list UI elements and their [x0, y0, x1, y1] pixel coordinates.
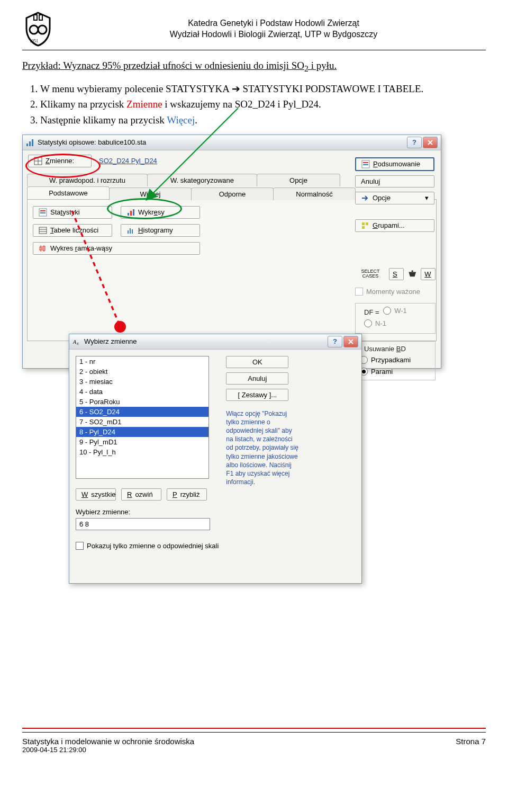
- svg-text:1951: 1951: [30, 39, 38, 43]
- groups-icon: [361, 221, 369, 230]
- svg-rect-21: [130, 228, 131, 234]
- svg-rect-17: [39, 227, 47, 234]
- header-line2: Wydział Hodowli i Biologii Zwierząt, UTP…: [61, 29, 486, 40]
- help-text: Włącz opcję "Pokazuj tylko zmienne o odp…: [226, 409, 299, 487]
- footer-red-rule: [22, 728, 486, 729]
- footer-left: Statystyka i modelowanie w ochronie środ…: [22, 737, 194, 746]
- select-cases-button[interactable]: S: [389, 268, 404, 280]
- ok-button[interactable]: OK: [226, 356, 288, 368]
- svg-text:x: x: [76, 341, 79, 346]
- summary-button[interactable]: Podsumowanie: [355, 157, 434, 171]
- svg-text:A: A: [72, 339, 77, 345]
- help-button[interactable]: ?: [407, 137, 422, 148]
- weight-button[interactable]: W: [421, 268, 436, 280]
- table-icon: [39, 226, 47, 235]
- steps-list: W menu wybieramy polecenie STATYSTYKA ➔ …: [22, 82, 486, 127]
- list-item[interactable]: 9 - Pyl_mD1: [76, 437, 208, 447]
- spread-button[interactable]: Rozwiń: [121, 488, 161, 501]
- by-groups-button[interactable]: Grupami...: [355, 219, 434, 232]
- list-item[interactable]: 10 - Pyl_l_h: [76, 447, 208, 457]
- dialog2-title: Wybierz zmienne: [84, 337, 328, 345]
- svg-point-3: [38, 25, 47, 34]
- header-separator: [22, 50, 486, 50]
- page-header: 1951 Katedra Genetyki i Podstaw Hodowli …: [22, 11, 486, 48]
- list-item[interactable]: 5 - PoraRoku: [76, 397, 208, 407]
- options-button[interactable]: Opcje ▾: [355, 192, 434, 204]
- cancel-button[interactable]: Anuluj: [355, 175, 434, 188]
- svg-rect-1: [39, 15, 42, 20]
- step-2: Klikamy na przycisk Zmienne i wskazujemy…: [40, 97, 486, 111]
- svg-line-36: [147, 108, 238, 199]
- list-item[interactable]: 3 - miesiac: [76, 377, 208, 387]
- green-arrow-annotation: [143, 105, 249, 203]
- weight-icon: [407, 269, 418, 279]
- help2-button[interactable]: ?: [328, 336, 342, 347]
- all-button[interactable]: Wszystkie: [76, 488, 116, 501]
- histograms-button[interactable]: Histogramy: [121, 224, 200, 237]
- df-group: DF = W-1 N-1: [355, 303, 436, 334]
- select-vars-field[interactable]: 6 8: [76, 518, 210, 530]
- svg-line-37: [72, 211, 120, 325]
- svg-rect-5: [26, 144, 28, 146]
- md-deletion-group: Usuwanie BD Przypadkami Parami: [355, 341, 436, 380]
- svg-rect-13: [40, 212, 46, 213]
- svg-rect-29: [363, 164, 368, 165]
- list-item[interactable]: 8 - Pyl_D24: [76, 427, 208, 437]
- list-item[interactable]: 4 - data: [76, 387, 208, 397]
- university-logo-icon: 1951: [22, 11, 54, 48]
- svg-rect-0: [34, 15, 37, 20]
- list-item[interactable]: 2 - obiekt: [76, 367, 208, 377]
- opt-arrow-icon: [361, 194, 369, 202]
- tab-normality[interactable]: Normalność: [273, 188, 356, 200]
- dialog1-sidecol: Podsumowanie Anuluj Opcje ▾ Grupami... S…: [355, 157, 436, 380]
- vars-dialog-icon: Ax: [72, 337, 81, 346]
- weighted-moments-check[interactable]: Momenty ważone: [355, 288, 436, 296]
- select-cases-label: SELECT CASES: [355, 269, 386, 279]
- svg-rect-28: [363, 162, 368, 163]
- svg-rect-32: [362, 226, 365, 229]
- summary2-icon: [361, 160, 370, 168]
- footer-right: Strona 7: [456, 737, 486, 746]
- dialog2-titlebar: Ax Wybierz zmienne ?: [69, 334, 361, 350]
- step-3: Następnie klikamy na przycisk Więcej.: [40, 113, 486, 127]
- list-item[interactable]: 1 - nr: [76, 356, 208, 367]
- show-scale-check[interactable]: Pokazuj tylko zmienne o odpowiedniej ska…: [76, 542, 219, 550]
- svg-rect-31: [366, 222, 368, 225]
- bundles-button[interactable]: [ Zestawy ]...: [226, 389, 288, 401]
- variables-listbox[interactable]: 1 - nr 2 - obiekt 3 - miesiac 4 - data 5…: [76, 356, 209, 479]
- close2-button[interactable]: [343, 336, 358, 347]
- footer-timestamp: 2009-04-15 21:29:00: [22, 746, 486, 754]
- zoom-button[interactable]: Przybliż: [167, 488, 207, 501]
- red-dot-annotation: [114, 321, 126, 333]
- list-item[interactable]: 6 - SO2_D24: [76, 407, 208, 417]
- casewise-radio[interactable]: Przypadkami: [360, 356, 411, 364]
- boxplot-icon: [39, 244, 47, 253]
- svg-rect-6: [29, 141, 31, 146]
- example-heading: Przykład: Wyznacz 95% przedział ufności …: [22, 60, 486, 74]
- select-vars-label: Wybierz zmienne:: [76, 508, 219, 516]
- svg-point-2: [30, 25, 38, 34]
- step-1: W menu wybieramy polecenie STATYSTYKA ➔ …: [40, 82, 486, 96]
- svg-point-33: [411, 270, 413, 272]
- svg-rect-12: [40, 210, 46, 211]
- cancel2-button[interactable]: Anuluj: [226, 372, 288, 385]
- tab-options[interactable]: Opcje: [257, 174, 340, 186]
- footer-black-rule: [22, 732, 486, 733]
- list-item[interactable]: 7 - SO2_mD1: [76, 417, 208, 427]
- red-ellipse-annotation: [25, 154, 101, 178]
- header-line1: Katedra Genetyki i Podstaw Hodowli Zwier…: [61, 18, 486, 29]
- svg-rect-30: [362, 222, 365, 225]
- svg-rect-7: [32, 139, 33, 146]
- page-footer: Statystyka i modelowanie w ochronie środ…: [22, 728, 486, 754]
- svg-rect-22: [132, 229, 133, 234]
- screenshot-composite: Statystyki opisowe: babulice100.sta ? Zm…: [22, 135, 486, 643]
- close-button[interactable]: [423, 137, 438, 148]
- select-variables-dialog: Ax Wybierz zmienne ? 1 - nr 2 - obiekt 3…: [69, 334, 362, 584]
- stats-dialog-icon: [26, 138, 34, 147]
- pairwise-radio[interactable]: Parami: [360, 368, 393, 376]
- red-dashed-arrow-annotation: [65, 208, 128, 335]
- summary-icon: [39, 208, 47, 217]
- tab-basic[interactable]: Podstawowe: [27, 186, 110, 199]
